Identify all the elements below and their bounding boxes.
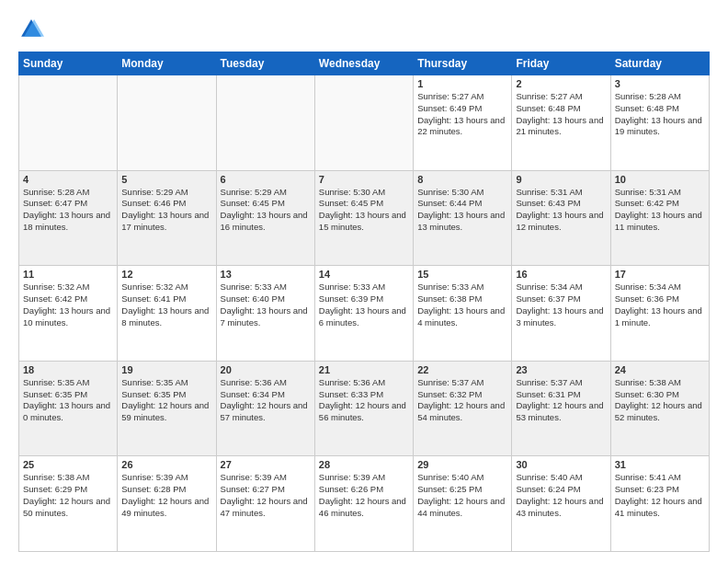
- weekday-header: Tuesday: [216, 52, 314, 75]
- day-detail: Sunrise: 5:40 AM Sunset: 6:24 PM Dayligh…: [516, 472, 606, 519]
- logo: [18, 17, 48, 42]
- calendar-cell: 18Sunrise: 5:35 AM Sunset: 6:35 PM Dayli…: [19, 361, 118, 456]
- day-detail: Sunrise: 5:31 AM Sunset: 6:43 PM Dayligh…: [516, 187, 606, 234]
- day-detail: Sunrise: 5:32 AM Sunset: 6:42 PM Dayligh…: [23, 282, 113, 328]
- day-detail: Sunrise: 5:32 AM Sunset: 6:41 PM Dayligh…: [121, 282, 211, 328]
- day-detail: Sunrise: 5:35 AM Sunset: 6:35 PM Dayligh…: [121, 377, 211, 424]
- day-detail: Sunrise: 5:38 AM Sunset: 6:29 PM Dayligh…: [23, 472, 113, 519]
- day-detail: Sunrise: 5:35 AM Sunset: 6:35 PM Dayligh…: [23, 377, 113, 424]
- calendar-cell: 9Sunrise: 5:31 AM Sunset: 6:43 PM Daylig…: [512, 170, 610, 266]
- day-detail: Sunrise: 5:30 AM Sunset: 6:44 PM Dayligh…: [417, 187, 507, 234]
- calendar-cell: 6Sunrise: 5:29 AM Sunset: 6:45 PM Daylig…: [216, 170, 314, 266]
- calendar-cell: 29Sunrise: 5:40 AM Sunset: 6:25 PM Dayli…: [414, 456, 512, 552]
- weekday-header: Monday: [118, 52, 216, 75]
- day-detail: Sunrise: 5:31 AM Sunset: 6:42 PM Dayligh…: [615, 187, 705, 234]
- calendar-cell: [19, 75, 118, 171]
- weekday-header: Saturday: [610, 52, 709, 75]
- day-detail: Sunrise: 5:30 AM Sunset: 6:45 PM Dayligh…: [319, 187, 409, 234]
- calendar-cell: 12Sunrise: 5:32 AM Sunset: 6:41 PM Dayli…: [118, 266, 216, 362]
- calendar-week-row: 11Sunrise: 5:32 AM Sunset: 6:42 PM Dayli…: [19, 266, 710, 362]
- day-detail: Sunrise: 5:28 AM Sunset: 6:47 PM Dayligh…: [23, 187, 113, 234]
- day-number: 5: [121, 174, 211, 185]
- calendar-cell: [314, 75, 413, 171]
- calendar-cell: 28Sunrise: 5:39 AM Sunset: 6:26 PM Dayli…: [314, 456, 413, 552]
- calendar-cell: 30Sunrise: 5:40 AM Sunset: 6:24 PM Dayli…: [512, 456, 610, 552]
- day-number: 12: [121, 269, 211, 280]
- calendar-cell: 1Sunrise: 5:27 AM Sunset: 6:49 PM Daylig…: [414, 75, 512, 171]
- weekday-header: Thursday: [414, 52, 512, 75]
- calendar-cell: 10Sunrise: 5:31 AM Sunset: 6:42 PM Dayli…: [610, 170, 709, 266]
- day-detail: Sunrise: 5:37 AM Sunset: 6:32 PM Dayligh…: [417, 377, 507, 424]
- day-number: 21: [319, 364, 409, 375]
- day-detail: Sunrise: 5:33 AM Sunset: 6:40 PM Dayligh…: [221, 282, 311, 328]
- day-number: 10: [615, 174, 705, 185]
- day-detail: Sunrise: 5:39 AM Sunset: 6:28 PM Dayligh…: [121, 472, 211, 519]
- day-number: 26: [121, 459, 211, 470]
- day-detail: Sunrise: 5:33 AM Sunset: 6:38 PM Dayligh…: [417, 282, 507, 328]
- day-number: 14: [319, 269, 409, 280]
- weekday-header: Sunday: [19, 52, 118, 75]
- calendar-cell: 27Sunrise: 5:39 AM Sunset: 6:27 PM Dayli…: [216, 456, 314, 552]
- day-number: 29: [417, 459, 507, 470]
- day-number: 4: [23, 174, 113, 185]
- weekday-header: Wednesday: [314, 52, 413, 75]
- page: SundayMondayTuesdayWednesdayThursdayFrid…: [0, 0, 728, 563]
- day-number: 19: [121, 364, 211, 375]
- day-detail: Sunrise: 5:40 AM Sunset: 6:25 PM Dayligh…: [417, 472, 507, 519]
- day-number: 9: [516, 174, 606, 185]
- day-number: 22: [417, 364, 507, 375]
- calendar-cell: 3Sunrise: 5:28 AM Sunset: 6:48 PM Daylig…: [610, 75, 709, 171]
- calendar-cell: 24Sunrise: 5:38 AM Sunset: 6:30 PM Dayli…: [610, 361, 709, 456]
- day-number: 24: [615, 364, 705, 375]
- calendar-cell: 2Sunrise: 5:27 AM Sunset: 6:48 PM Daylig…: [512, 75, 610, 171]
- calendar-cell: 14Sunrise: 5:33 AM Sunset: 6:39 PM Dayli…: [314, 266, 413, 362]
- day-number: 7: [319, 174, 409, 185]
- day-detail: Sunrise: 5:29 AM Sunset: 6:46 PM Dayligh…: [121, 187, 211, 234]
- calendar-table: SundayMondayTuesdayWednesdayThursdayFrid…: [18, 52, 710, 552]
- day-number: 15: [417, 269, 507, 280]
- calendar-cell: 16Sunrise: 5:34 AM Sunset: 6:37 PM Dayli…: [512, 266, 610, 362]
- calendar-cell: 15Sunrise: 5:33 AM Sunset: 6:38 PM Dayli…: [414, 266, 512, 362]
- calendar-cell: 13Sunrise: 5:33 AM Sunset: 6:40 PM Dayli…: [216, 266, 314, 362]
- day-number: 8: [417, 174, 507, 185]
- day-detail: Sunrise: 5:37 AM Sunset: 6:31 PM Dayligh…: [516, 377, 606, 424]
- day-number: 13: [221, 269, 311, 280]
- day-number: 6: [221, 174, 311, 185]
- day-number: 2: [516, 78, 606, 89]
- day-detail: Sunrise: 5:39 AM Sunset: 6:27 PM Dayligh…: [221, 472, 311, 519]
- calendar-week-row: 4Sunrise: 5:28 AM Sunset: 6:47 PM Daylig…: [19, 170, 710, 266]
- day-number: 1: [417, 78, 507, 89]
- calendar-cell: 26Sunrise: 5:39 AM Sunset: 6:28 PM Dayli…: [118, 456, 216, 552]
- day-number: 3: [615, 78, 705, 89]
- calendar-week-row: 25Sunrise: 5:38 AM Sunset: 6:29 PM Dayli…: [19, 456, 710, 552]
- calendar-cell: 23Sunrise: 5:37 AM Sunset: 6:31 PM Dayli…: [512, 361, 610, 456]
- calendar-cell: 4Sunrise: 5:28 AM Sunset: 6:47 PM Daylig…: [19, 170, 118, 266]
- calendar-cell: 21Sunrise: 5:36 AM Sunset: 6:33 PM Dayli…: [314, 361, 413, 456]
- calendar-header-row: SundayMondayTuesdayWednesdayThursdayFrid…: [19, 52, 710, 75]
- day-number: 17: [615, 269, 705, 280]
- day-number: 11: [23, 269, 113, 280]
- day-detail: Sunrise: 5:27 AM Sunset: 6:49 PM Dayligh…: [417, 91, 507, 138]
- calendar-cell: 31Sunrise: 5:41 AM Sunset: 6:23 PM Dayli…: [610, 456, 709, 552]
- day-number: 25: [23, 459, 113, 470]
- calendar-week-row: 18Sunrise: 5:35 AM Sunset: 6:35 PM Dayli…: [19, 361, 710, 456]
- day-number: 31: [615, 459, 705, 470]
- calendar-week-row: 1Sunrise: 5:27 AM Sunset: 6:49 PM Daylig…: [19, 75, 710, 171]
- calendar-cell: 7Sunrise: 5:30 AM Sunset: 6:45 PM Daylig…: [314, 170, 413, 266]
- calendar-cell: 5Sunrise: 5:29 AM Sunset: 6:46 PM Daylig…: [118, 170, 216, 266]
- calendar-cell: 8Sunrise: 5:30 AM Sunset: 6:44 PM Daylig…: [414, 170, 512, 266]
- calendar-cell: [216, 75, 314, 171]
- logo-icon: [18, 17, 44, 42]
- day-number: 23: [516, 364, 606, 375]
- day-detail: Sunrise: 5:34 AM Sunset: 6:36 PM Dayligh…: [615, 282, 705, 328]
- calendar-cell: [118, 75, 216, 171]
- day-number: 30: [516, 459, 606, 470]
- weekday-header: Friday: [512, 52, 610, 75]
- calendar-cell: 11Sunrise: 5:32 AM Sunset: 6:42 PM Dayli…: [19, 266, 118, 362]
- day-detail: Sunrise: 5:39 AM Sunset: 6:26 PM Dayligh…: [319, 472, 409, 519]
- calendar-cell: 22Sunrise: 5:37 AM Sunset: 6:32 PM Dayli…: [414, 361, 512, 456]
- header: [18, 17, 710, 42]
- day-detail: Sunrise: 5:36 AM Sunset: 6:34 PM Dayligh…: [221, 377, 311, 424]
- day-detail: Sunrise: 5:28 AM Sunset: 6:48 PM Dayligh…: [615, 91, 705, 138]
- day-detail: Sunrise: 5:29 AM Sunset: 6:45 PM Dayligh…: [221, 187, 311, 234]
